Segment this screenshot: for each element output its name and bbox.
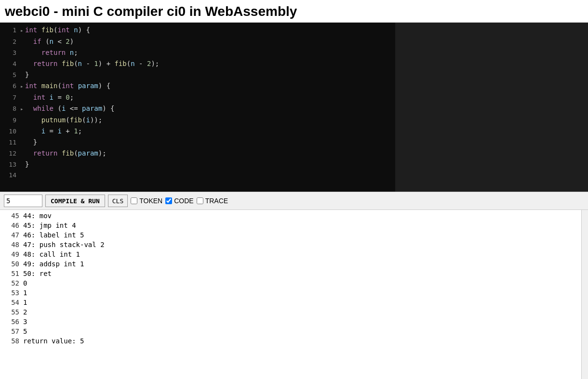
line-number: 12	[2, 148, 16, 159]
output-line-number: 53	[2, 288, 19, 298]
output-line-number: 45	[2, 211, 19, 221]
output-line: 4746: label int 5	[2, 230, 579, 240]
output-line-number: 46	[2, 221, 19, 230]
line-content: if (n < 2)	[25, 36, 74, 47]
code-line: 12 return fib(param);	[0, 148, 395, 159]
line-content: putnum(fib(i));	[25, 115, 102, 125]
code-line: 1▸int fib(int n) {	[0, 25, 395, 36]
output-line-content: 5	[23, 327, 27, 336]
right-panel	[395, 23, 588, 192]
code-line: 14	[0, 170, 395, 181]
line-content: }	[25, 69, 29, 80]
line-number: 1	[2, 25, 16, 36]
code-checkbox[interactable]	[165, 197, 172, 204]
code-line: 6▸int main(int param) {	[0, 80, 395, 92]
output-line-number: 58	[2, 336, 19, 346]
output-line-number: 47	[2, 230, 19, 240]
output-line-number: 52	[2, 278, 19, 288]
output-line: 4645: jmp int 4	[2, 221, 579, 230]
line-arrow: ▸	[20, 26, 25, 36]
line-content: int i = 0;	[25, 92, 74, 103]
code-line: 11 }	[0, 137, 395, 148]
output-line: 4948: call int 1	[2, 249, 579, 259]
trace-checkbox[interactable]	[197, 197, 203, 204]
code-editor[interactable]: 1▸int fib(int n) {2 if (n < 2)3 return n…	[0, 23, 395, 192]
line-content: return n;	[25, 47, 78, 58]
line-number: 11	[2, 137, 16, 148]
output-line-number: 56	[2, 317, 19, 327]
cls-button[interactable]: CLS	[108, 195, 128, 207]
code-line: 8▸ while (i <= param) {	[0, 103, 395, 115]
line-content: }	[25, 159, 29, 170]
token-checkbox-group: TOKEN	[131, 197, 162, 205]
output-line-number: 49	[2, 249, 19, 259]
trace-checkbox-group: TRACE	[197, 197, 228, 205]
token-checkbox[interactable]	[131, 197, 137, 204]
output-line-content: 45: jmp int 4	[23, 221, 76, 230]
code-line: 9 putnum(fib(i));	[0, 115, 395, 126]
output-line: 5150: ret	[2, 269, 579, 278]
code-line: 13 }	[0, 159, 395, 170]
code-line: 4 return fib(n - 1) + fib(n - 2);	[0, 58, 395, 69]
output-wrapper: 4544: mov4645: jmp int 44746: label int …	[0, 210, 588, 379]
param-input[interactable]	[4, 195, 42, 207]
line-number: 2	[2, 37, 16, 47]
output-line-number: 50	[2, 259, 19, 269]
output-line-content: 44: mov	[23, 211, 52, 221]
scrollbar[interactable]	[581, 210, 588, 379]
editor-area: 1▸int fib(int n) {2 if (n < 2)3 return n…	[0, 23, 588, 192]
output-line-content: 3	[23, 317, 27, 327]
line-number: 9	[2, 115, 16, 126]
code-line: 7 int i = 0;	[0, 92, 395, 103]
output-line-content: 0	[23, 278, 27, 288]
output-line-number: 48	[2, 240, 19, 249]
code-checkbox-group: CODE	[165, 197, 193, 205]
output-line-number: 57	[2, 327, 19, 336]
output-line-content: 47: push stack-val 2	[23, 240, 105, 249]
output-line-content: 49: addsp int 1	[23, 259, 84, 269]
output-line-content: return value: 5	[23, 336, 84, 346]
output-line-content: 2	[23, 307, 27, 317]
output-line: 563	[2, 317, 579, 327]
line-content: }	[25, 137, 37, 147]
line-content: int main(int param) {	[25, 80, 110, 91]
line-number: 8	[2, 104, 16, 114]
output-line: 4544: mov	[2, 211, 579, 221]
line-number: 7	[2, 92, 16, 103]
output-line: 58return value: 5	[2, 336, 579, 346]
output-line-number: 55	[2, 307, 19, 317]
line-arrow: ▸	[20, 104, 25, 115]
line-number: 4	[2, 59, 16, 69]
toolbar: COMPILE & RUN CLS TOKEN CODE TRACE	[0, 192, 588, 210]
output-line-number: 54	[2, 298, 19, 307]
line-content: while (i <= param) {	[25, 103, 114, 114]
line-arrow: ▸	[20, 81, 25, 92]
output-area[interactable]: 4544: mov4645: jmp int 44746: label int …	[0, 210, 581, 379]
output-line: 531	[2, 288, 579, 298]
line-content: i = i + 1;	[25, 126, 82, 136]
line-content: return fib(n - 1) + fib(n - 2);	[25, 58, 159, 69]
line-number: 14	[2, 170, 16, 181]
compile-run-button[interactable]: COMPILE & RUN	[45, 195, 105, 207]
output-line: 541	[2, 298, 579, 307]
line-content: return fib(param);	[25, 148, 107, 158]
line-number: 6	[2, 81, 16, 91]
code-label: CODE	[174, 197, 193, 205]
code-line: 3 return n;	[0, 47, 395, 58]
output-line: 575	[2, 327, 579, 336]
trace-label: TRACE	[205, 197, 228, 205]
code-line: 5 }	[0, 69, 395, 80]
output-line-content: 1	[23, 288, 27, 298]
output-line: 5049: addsp int 1	[2, 259, 579, 269]
output-line-content: 48: call int 1	[23, 249, 80, 259]
line-content: int fib(int n) {	[25, 25, 90, 35]
output-line-content: 1	[23, 298, 27, 307]
code-line: 10 i = i + 1;	[0, 126, 395, 137]
output-line-number: 51	[2, 269, 19, 278]
code-line: 2 if (n < 2)	[0, 36, 395, 47]
page-title: webci0 - mini C compiler ci0 in WebAssem…	[0, 0, 588, 23]
line-number: 3	[2, 48, 16, 58]
line-number: 5	[2, 70, 16, 80]
output-line: 520	[2, 278, 579, 288]
output-line: 552	[2, 307, 579, 317]
